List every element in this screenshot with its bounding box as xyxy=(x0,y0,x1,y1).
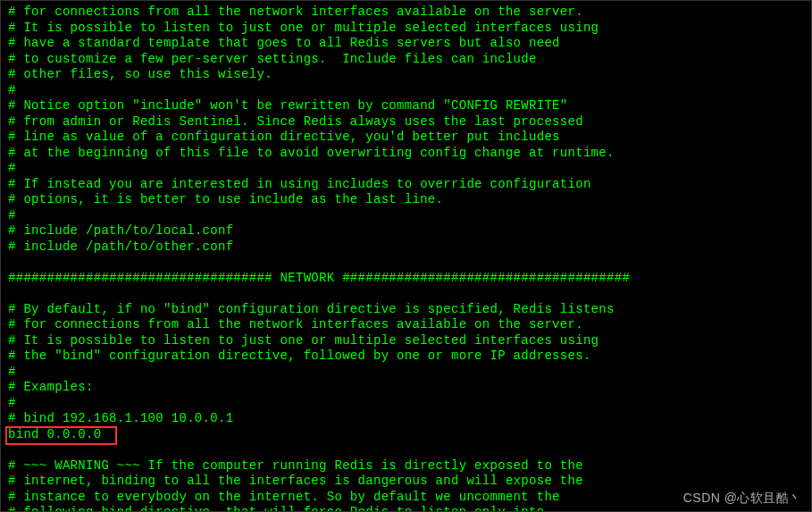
config-line: # line as value of a configuration direc… xyxy=(8,130,804,146)
config-line: # By default, if no "bind" configuration… xyxy=(8,302,804,318)
config-line: # have a standard template that goes to … xyxy=(8,36,804,52)
config-line: # include /path/to/local.conf xyxy=(8,223,804,239)
config-line xyxy=(8,286,804,302)
config-line: # to customize a few per-server settings… xyxy=(8,52,804,68)
config-line: # for connections from all the network i… xyxy=(8,4,804,21)
config-line: # xyxy=(8,396,804,412)
watermark-text: CSDN @心软且酷丶 xyxy=(683,491,802,507)
config-line: # xyxy=(8,161,804,177)
config-line: # Notice option "include" won't be rewri… xyxy=(8,98,804,114)
config-line: # It is possible to listen to just one o… xyxy=(8,21,804,37)
config-line: # options, it is better to use include a… xyxy=(8,192,804,208)
config-line: # internet, binding to all the interface… xyxy=(8,474,804,490)
config-line: # for connections from all the network i… xyxy=(8,317,804,333)
config-line xyxy=(8,442,804,458)
config-line: # at the beginning of this file to avoid… xyxy=(8,146,804,162)
config-line: # xyxy=(8,365,804,381)
config-line: # If instead you are interested in using… xyxy=(8,177,804,193)
config-line: ################################## NETWO… xyxy=(8,271,804,287)
config-line: bind 0.0.0.0 xyxy=(8,427,804,443)
config-line: # xyxy=(8,208,804,224)
config-line: # from admin or Redis Sentinel. Since Re… xyxy=(8,114,804,130)
config-line: # other files, so use this wisely. xyxy=(8,67,804,83)
config-line: # bind 192.168.1.100 10.0.0.1 xyxy=(8,411,804,427)
config-line: # xyxy=(8,83,804,99)
terminal-output: # for connections from all the network i… xyxy=(8,4,804,512)
config-line: # following bind directive, that will fo… xyxy=(8,505,804,512)
config-line: # It is possible to listen to just one o… xyxy=(8,333,804,349)
config-line xyxy=(8,255,804,271)
config-line: # Examples: xyxy=(8,380,804,396)
config-line: # the "bind" configuration directive, fo… xyxy=(8,348,804,365)
config-line: # ~~~ WARNING ~~~ If the computer runnin… xyxy=(8,458,804,474)
config-line: # include /path/to/other.conf xyxy=(8,239,804,256)
